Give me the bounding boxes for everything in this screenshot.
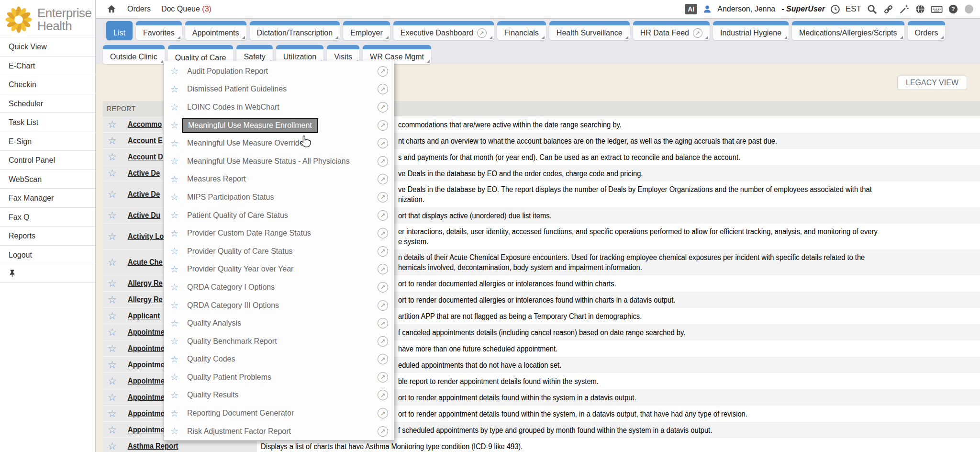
help-icon[interactable]: ? [948, 4, 958, 14]
tab-favorites[interactable]: Favorites [136, 21, 182, 40]
favorite-star-icon[interactable]: ☆ [170, 246, 181, 257]
report-link[interactable]: Account D [128, 153, 163, 161]
open-in-new-icon[interactable]: ↗ [378, 264, 388, 274]
open-in-new-icon[interactable]: ↗ [378, 192, 388, 203]
external-link-icon[interactable]: ↗ [477, 28, 487, 38]
sidebar-item-fax-q[interactable]: Fax Q [0, 207, 95, 226]
report-link[interactable]: Accommo [128, 120, 162, 129]
report-link[interactable]: Allergy Re [128, 279, 163, 288]
open-in-new-icon[interactable]: ↗ [378, 102, 388, 113]
menu-item-patient-quality-of-care-status[interactable]: ☆Patient Quality of Care Status↗ [164, 206, 394, 225]
legacy-view-button[interactable]: LEGACY VIEW [897, 76, 967, 90]
favorite-star-icon[interactable]: ☆ [170, 138, 181, 149]
open-in-new-icon[interactable]: ↗ [378, 408, 388, 418]
favorite-star-icon[interactable]: ☆ [108, 392, 117, 403]
menu-item-risk-adjustment-factor-report[interactable]: ☆Risk Adjustment Factor Report↗ [164, 422, 394, 441]
open-in-new-icon[interactable]: ↗ [378, 66, 388, 77]
favorite-star-icon[interactable]: ☆ [170, 372, 181, 383]
favorite-star-icon[interactable]: ☆ [108, 294, 117, 305]
tab-medications-allergies-scripts[interactable]: Medications/Allergies/Scripts [792, 21, 904, 40]
report-link[interactable]: Appointme [128, 328, 165, 337]
favorite-star-icon[interactable]: ☆ [170, 318, 181, 329]
menu-item-dismissed-patient-guidelines[interactable]: ☆Dismissed Patient Guidelines↗ [164, 80, 394, 99]
tab-outside-clinic[interactable]: Outside Clinic [103, 45, 165, 64]
favorite-star-icon[interactable]: ☆ [108, 343, 117, 354]
favorite-star-icon[interactable]: ☆ [170, 84, 181, 95]
menu-item-audit-population-report[interactable]: ☆Audit Population Report↗ [164, 62, 394, 80]
open-in-new-icon[interactable]: ↗ [378, 372, 388, 383]
favorite-star-icon[interactable]: ☆ [170, 426, 181, 437]
tab-health-surveillance[interactable]: Health Surveillance [549, 21, 630, 40]
favorite-star-icon[interactable]: ☆ [170, 228, 181, 239]
tab-orders[interactable]: Orders [908, 21, 946, 40]
tab-list[interactable]: List [106, 21, 133, 40]
favorite-star-icon[interactable]: ☆ [108, 168, 117, 179]
favorite-star-icon[interactable]: ☆ [170, 192, 181, 203]
search-icon[interactable] [867, 4, 878, 15]
report-link[interactable]: Active Du [128, 211, 160, 220]
menu-item-qrda-category-i-options[interactable]: ☆QRDA Category I Options↗ [164, 278, 394, 296]
sidebar-item-checkin[interactable]: Checkin [0, 75, 95, 94]
menu-item-qrda-category-iii-options[interactable]: ☆QRDA Category III Options↗ [164, 296, 394, 315]
open-in-new-icon[interactable]: ↗ [378, 246, 388, 257]
sidebar-item-task-list[interactable]: Task List [0, 113, 95, 132]
menu-item-reporting-document-generator[interactable]: ☆Reporting Document Generator↗ [164, 404, 394, 422]
sidebar-item-fax-manager[interactable]: Fax Manager [0, 188, 95, 207]
report-link[interactable]: Active De [128, 190, 160, 199]
favorite-star-icon[interactable]: ☆ [170, 354, 181, 365]
favorite-star-icon[interactable]: ☆ [108, 151, 117, 163]
favorite-star-icon[interactable]: ☆ [170, 390, 181, 401]
open-in-new-icon[interactable]: ↗ [378, 318, 388, 328]
avatar-circle[interactable] [964, 4, 974, 14]
open-in-new-icon[interactable]: ↗ [378, 84, 388, 94]
favorite-star-icon[interactable]: ☆ [170, 120, 181, 131]
favorite-star-icon[interactable]: ☆ [108, 231, 117, 242]
favorite-star-icon[interactable]: ☆ [170, 174, 181, 185]
tab-dictation-transcription[interactable]: Dictation/Transcription [250, 21, 340, 40]
external-link-icon[interactable]: ↗ [693, 28, 702, 38]
sidebar-item-e-chart[interactable]: E-Chart [0, 56, 95, 75]
menu-item-quality-benchmark-report[interactable]: ☆Quality Benchmark Report↗ [164, 332, 394, 350]
favorite-star-icon[interactable]: ☆ [170, 336, 181, 347]
wand-icon[interactable] [899, 4, 910, 14]
open-in-new-icon[interactable]: ↗ [378, 174, 388, 184]
open-in-new-icon[interactable]: ↗ [378, 426, 388, 437]
sidebar-item-e-sign[interactable]: E-Sign [0, 132, 95, 151]
menu-item-quality-analysis[interactable]: ☆Quality Analysis↗ [164, 314, 394, 332]
topbar-link-doc-queue[interactable]: Doc Queue (3) [161, 5, 212, 13]
open-in-new-icon[interactable]: ↗ [378, 228, 388, 238]
open-in-new-icon[interactable]: ↗ [378, 354, 388, 364]
report-link[interactable]: Appointme [128, 344, 165, 353]
report-link[interactable]: Account E [128, 136, 163, 145]
sidebar-item-webscan[interactable]: WebScan [0, 170, 95, 189]
favorite-star-icon[interactable]: ☆ [170, 156, 181, 167]
menu-item-quality-results[interactable]: ☆Quality Results↗ [164, 386, 394, 405]
favorite-star-icon[interactable]: ☆ [170, 66, 181, 77]
menu-item-provider-quality-of-care-status[interactable]: ☆Provider Quality of Care Status↗ [164, 242, 394, 260]
tab-hr-data-feed[interactable]: HR Data Feed↗ [633, 21, 710, 40]
favorite-star-icon[interactable]: ☆ [108, 424, 117, 436]
topbar-link-orders[interactable]: Orders [127, 5, 151, 13]
favorite-star-icon[interactable]: ☆ [170, 282, 181, 293]
menu-item-loinc-codes-in-webchart[interactable]: ☆LOINC Codes in WebChart↗ [164, 98, 394, 116]
report-link[interactable]: Appointme [128, 409, 165, 418]
sidebar-item-quick-view[interactable]: Quick View [0, 37, 95, 56]
favorite-star-icon[interactable]: ☆ [170, 408, 181, 419]
menu-item-meaningful-use-measure-status-all-physicians[interactable]: ☆Meaningful Use Measure Status - All Phy… [164, 152, 394, 170]
tab-employer[interactable]: Employer [343, 21, 390, 40]
menu-item-provider-quality-year-over-year[interactable]: ☆Provider Quality Year over Year↗ [164, 260, 394, 279]
open-in-new-icon[interactable]: ↗ [378, 138, 388, 148]
open-in-new-icon[interactable]: ↗ [378, 300, 388, 311]
report-link[interactable]: Activity Lo [128, 232, 164, 241]
sidebar-item-scheduler[interactable]: Scheduler [0, 94, 95, 113]
favorite-star-icon[interactable]: ☆ [108, 210, 117, 221]
favorite-star-icon[interactable]: ☆ [108, 408, 117, 419]
menu-item-provider-custom-date-range-status[interactable]: ☆Provider Custom Date Range Status↗ [164, 224, 394, 242]
report-link[interactable]: Active De [128, 169, 160, 178]
report-link[interactable]: Appointme [128, 426, 165, 434]
menu-item-quality-patient-problems[interactable]: ☆Quality Patient Problems↗ [164, 368, 394, 386]
open-in-new-icon[interactable]: ↗ [378, 336, 388, 347]
favorite-star-icon[interactable]: ☆ [108, 119, 117, 130]
sidebar-item-reports[interactable]: Reports [0, 226, 95, 245]
tab-executive-dashboard[interactable]: Executive Dashboard↗ [393, 21, 494, 40]
